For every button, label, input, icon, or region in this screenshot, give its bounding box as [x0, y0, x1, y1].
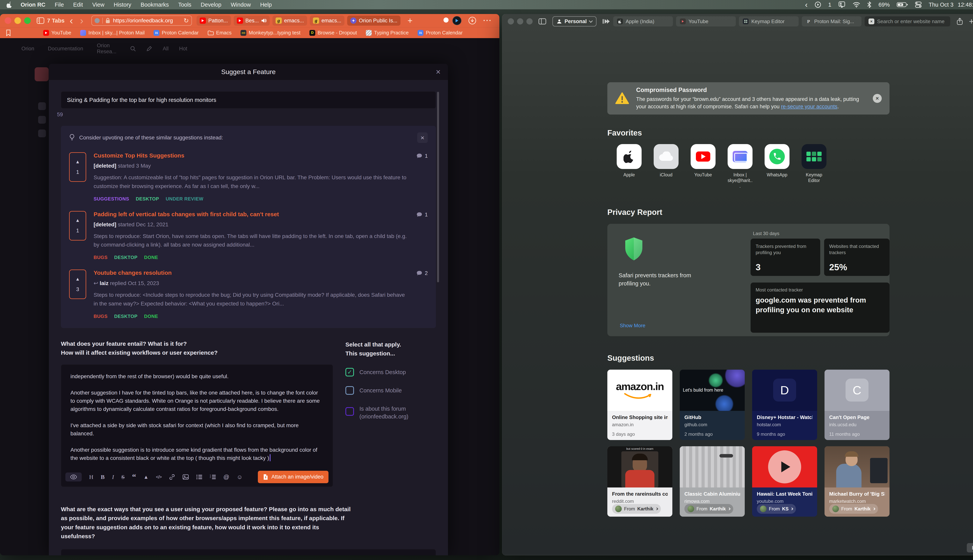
checkbox-checked-icon[interactable]: ✓: [345, 368, 354, 377]
upvote-icon[interactable]: ▲: [75, 276, 80, 282]
emoji-icon[interactable]: ☺: [237, 474, 242, 480]
show-more-link[interactable]: Show More: [620, 323, 645, 328]
edit-start-page-button[interactable]: Edit: [967, 543, 973, 552]
new-tab-icon[interactable]: +: [969, 17, 973, 26]
quote-icon[interactable]: “: [132, 475, 136, 478]
menu-file[interactable]: File: [55, 2, 64, 8]
image-icon[interactable]: [182, 474, 189, 480]
close-window-button[interactable]: [5, 17, 11, 24]
menu-edit[interactable]: Edit: [73, 2, 83, 8]
checkbox-concerns-desktop[interactable]: ✓ Concerns Desktop: [345, 368, 436, 377]
screen-record-icon[interactable]: [814, 2, 821, 8]
sidebar-toggle-icon[interactable]: [538, 18, 546, 25]
bluetooth-icon[interactable]: [867, 2, 871, 8]
favorite-icloud[interactable]: iCloud: [653, 144, 679, 189]
favorite-youtube[interactable]: YouTube: [690, 144, 716, 189]
safari-tab-youtube[interactable]: YouTube: [676, 16, 736, 27]
menubar-chevron-left-icon[interactable]: ‹: [805, 0, 807, 9]
back-button[interactable]: ‹: [66, 15, 77, 26]
upvote-icon[interactable]: ▲: [75, 218, 80, 223]
menu-window[interactable]: Window: [231, 2, 251, 8]
page-compose-icon[interactable]: [146, 46, 152, 52]
checkbox-about-forum[interactable]: Is about this forum (orionfeedback.org): [345, 405, 436, 421]
bookmark-dropout[interactable]: DBrowse - Dropout: [309, 30, 357, 36]
upvote-box[interactable]: ▲ 1: [69, 152, 86, 182]
downloads-icon[interactable]: [468, 16, 476, 25]
menubar-time[interactable]: 12:48:32 PM: [958, 2, 973, 8]
tag[interactable]: DESKTOP: [136, 196, 159, 202]
new-tab-button[interactable]: +: [408, 16, 413, 25]
favorite-keymap[interactable]: Keymap Editor: [801, 144, 827, 189]
tag[interactable]: SUGGESTIONS: [94, 196, 129, 202]
menu-tools[interactable]: Tools: [178, 2, 192, 8]
bookmark-proton-mail[interactable]: Inbox | sky...| Proton Mail: [80, 30, 145, 36]
favorite-whatsapp[interactable]: WhatsApp: [764, 144, 790, 189]
safari-tab-proton-mail[interactable]: P Proton Mail: Sig...: [802, 16, 861, 27]
checkbox-unchecked-icon[interactable]: [345, 386, 354, 395]
suggestion-tile-cant-open[interactable]: C Can't Open Page inls.ucsd.edu 11 month…: [824, 370, 889, 440]
suggestion-tile-hotstar[interactable]: D Disney+ Hotstar - Watch T... hotstar.c…: [752, 370, 817, 440]
banner-close-icon[interactable]: ×: [873, 94, 882, 103]
tab-count-label[interactable]: 7 Tabs: [47, 18, 65, 24]
suggestion-tile-github[interactable]: Let's build from here GitHub github.com …: [680, 370, 745, 440]
usage-detail-editor[interactable]: [61, 549, 436, 555]
suggestion-title-link[interactable]: Customize Top Hits Suggestions: [94, 152, 408, 159]
menu-help[interactable]: Help: [260, 2, 272, 8]
tag[interactable]: BUGS: [94, 255, 108, 260]
upvote-box[interactable]: ▲ 1: [69, 211, 86, 240]
minimize-window-button[interactable]: [14, 17, 21, 24]
tag[interactable]: DONE: [144, 313, 158, 319]
tag[interactable]: UNDER REVIEW: [166, 196, 203, 202]
safari-tab-keymap[interactable]: Keymap Editor: [739, 16, 799, 27]
tab-orion-public-issues[interactable]: Orion Public Is...: [347, 15, 401, 26]
address-search-field[interactable]: × Search or enter website name: [864, 16, 950, 27]
clear-field-icon[interactable]: ×: [868, 18, 874, 24]
dismiss-similar-icon[interactable]: ×: [417, 132, 428, 143]
menu-view[interactable]: View: [92, 2, 104, 8]
suggestion-title-link[interactable]: Youtube changes resolution: [94, 270, 408, 276]
sidebar-toggle-icon[interactable]: [37, 17, 44, 24]
bookmark-flag-icon[interactable]: [6, 30, 11, 36]
attach-image-button[interactable]: Attach an image/video: [258, 471, 328, 483]
bold-icon[interactable]: B: [101, 474, 105, 480]
menu-develop[interactable]: Develop: [201, 2, 221, 8]
shared-from-pill[interactable]: FromKarthik: [684, 504, 733, 514]
link-icon[interactable]: [169, 474, 175, 480]
overflow-menu-icon[interactable]: ···: [483, 17, 492, 25]
numbered-list-icon[interactable]: 12: [210, 474, 216, 480]
heading-icon[interactable]: H: [89, 474, 94, 480]
profile-button[interactable]: Personal: [552, 16, 597, 27]
audio-speaker-icon[interactable]: [261, 18, 267, 23]
shared-from-pill[interactable]: FromKarthik: [612, 504, 661, 514]
site-logo[interactable]: [35, 67, 48, 81]
tab-patton[interactable]: Patton...: [197, 15, 231, 26]
code-icon[interactable]: </>: [156, 475, 162, 479]
page-nav-orion-research[interactable]: Orion Resea...: [97, 43, 117, 55]
favorite-apple[interactable]: Apple: [616, 144, 642, 189]
tag[interactable]: DONE: [144, 255, 158, 260]
page-search-icon[interactable]: [130, 46, 136, 52]
menu-app-name[interactable]: Orion RC: [21, 2, 45, 8]
bullet-list-icon[interactable]: [196, 474, 202, 480]
zoom-window-button[interactable]: [24, 17, 31, 24]
suggestion-tile-amazon[interactable]: amazon.in Online Shopping site in Ind...…: [607, 370, 672, 440]
modal-scrollbar[interactable]: [437, 92, 439, 282]
suggestion-tile-hawaii[interactable]: Hawaii: Last Week Tonight... youtube.com…: [752, 446, 817, 517]
bookmark-folder-emacs[interactable]: Emacs: [207, 30, 232, 36]
url-bar[interactable]: https://orionfeedback.org ↻: [92, 15, 192, 26]
shared-from-pill[interactable]: FromKS: [757, 504, 796, 514]
page-filter-all[interactable]: All: [163, 46, 169, 52]
tab-overview-icon[interactable]: [602, 18, 610, 25]
apple-logo-icon[interactable]: [7, 2, 12, 8]
minimize-window-button[interactable]: [517, 18, 523, 25]
tab-bes[interactable]: Bes...: [234, 15, 270, 26]
safari-tab-apple[interactable]: Apple (India): [613, 16, 673, 27]
forward-button[interactable]: ›: [77, 15, 87, 26]
control-center-icon[interactable]: [915, 2, 922, 8]
bookmark-proton-calendar[interactable]: 31Proton Calendar: [154, 30, 199, 36]
bookmark-youtube[interactable]: YouTube: [43, 30, 71, 36]
close-window-button[interactable]: [508, 18, 514, 25]
wifi-icon[interactable]: [853, 2, 860, 8]
page-filter-hot[interactable]: Hot: [179, 46, 187, 52]
reload-icon[interactable]: ↻: [184, 17, 189, 24]
